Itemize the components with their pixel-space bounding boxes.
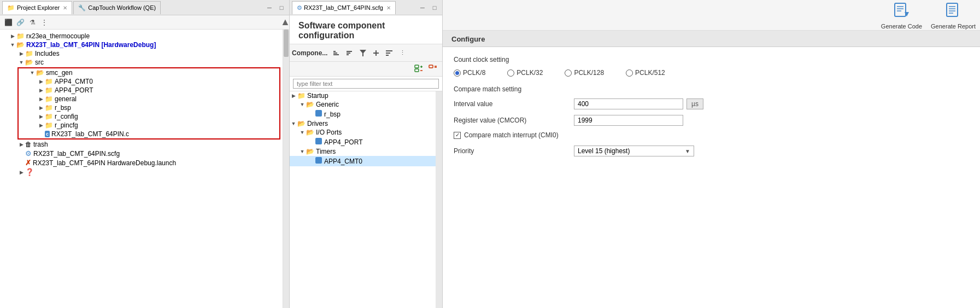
tree-item-scfg[interactable]: ▶ ⚙ RX23T_lab_CMT_64PIN.scfg — [0, 149, 283, 158]
tree-item-rx23t-c[interactable]: ▶ c RX23T_lab_CMT_64PIN.c — [19, 130, 279, 138]
tree-item-launch[interactable]: ▶ ✗ RX23T_lab_CMT_64PIN HardwareDebug.la… — [0, 158, 283, 167]
comp-btn-sort-asc[interactable] — [331, 47, 343, 59]
radio-label-pclk128: PCLK/128 — [574, 69, 604, 77]
generate-code-action[interactable]: Generate Code — [881, 1, 922, 30]
expand-smc-gen[interactable]: ▼ — [28, 69, 36, 77]
radio-pclk8[interactable]: PCLK/8 — [454, 69, 485, 77]
filter-btn[interactable]: ⚗ — [26, 16, 38, 28]
comp-tree-r-bsp[interactable]: ▶ r_bsp — [290, 109, 436, 119]
tree-item-smc-gen[interactable]: ▼ 📂 smc_gen — [19, 68, 279, 77]
tree-item-rx23t[interactable]: ▼ 📂 RX23T_lab_CMT_64PIN [HardwareDebug] — [0, 40, 283, 49]
scroll-up-btn[interactable]: ▲ — [280, 16, 287, 28]
scfg-tab-close[interactable]: ✕ — [386, 5, 391, 11]
component-toolbar: Compone... ⋮ — [290, 44, 442, 62]
tree-item-r-pincfg[interactable]: ▶ 📁 r_pincfg — [19, 121, 279, 130]
expand-rx23ea[interactable]: ▶ — [9, 32, 16, 40]
generate-report-action[interactable]: Generate Report — [931, 1, 976, 30]
link-editor-btn[interactable]: 🔗 — [14, 16, 26, 28]
radio-pclk512[interactable]: PCLK/512 — [626, 69, 665, 77]
left-tab-bar: 📁 Project Explorer ✕ 🔧 CapTouch Workflow… — [0, 0, 289, 15]
collapse-all-btn[interactable]: ⬛ — [2, 16, 14, 28]
tab-project-explorer-close[interactable]: ✕ — [63, 5, 67, 11]
comp-btn-filter[interactable] — [357, 47, 369, 59]
label-includes: Includes — [35, 50, 60, 57]
label-generic: Generic — [316, 101, 339, 108]
tree-item-includes[interactable]: ▶ 📁 Includes — [0, 49, 283, 58]
comp-tree-startup[interactable]: ▶ 📁 Startup — [290, 91, 436, 100]
expand-src[interactable]: ▼ — [17, 59, 25, 66]
comp-tree-timers[interactable]: ▼ 📂 Timers — [290, 147, 436, 156]
compare-match-row[interactable]: Compare match interrupt (CMI0) — [454, 131, 969, 139]
editor-max-btn[interactable]: □ — [429, 2, 440, 13]
radio-pclk128[interactable]: PCLK/128 — [565, 69, 604, 77]
comp-btn-sort-desc[interactable] — [344, 47, 356, 59]
editor-tab-toolbar: ─ □ — [417, 2, 440, 13]
filter-input[interactable] — [293, 79, 439, 89]
add-component-btn[interactable] — [413, 63, 425, 75]
generate-code-icon — [893, 1, 910, 22]
remove-component-btn[interactable] — [427, 63, 439, 75]
expand-dev-assist[interactable]: ▶ — [17, 168, 25, 176]
svg-rect-13 — [415, 69, 419, 72]
tab-captouch[interactable]: 🔧 CapTouch Workflow (QE) — [73, 1, 161, 14]
expand-general[interactable]: ▶ — [37, 95, 45, 103]
minimize-btn[interactable]: ─ — [264, 2, 275, 13]
radio-pclk32[interactable]: PCLK/32 — [507, 69, 543, 77]
comp-tree-io-ports[interactable]: ▼ 📂 I/O Ports — [290, 128, 436, 137]
restore-btn[interactable]: □ — [276, 2, 287, 13]
expand-r-pincfg[interactable]: ▶ — [37, 121, 45, 129]
tab-scfg-editor[interactable]: ⚙ RX23T_lab_CMT_64PIN.scfg ✕ — [292, 1, 396, 14]
tree-item-rx23ea[interactable]: ▶ 📁 rx23ea_thermocouple — [0, 32, 283, 40]
expand-trash[interactable]: ▶ — [17, 141, 25, 148]
tree-item-app4-cmt0[interactable]: ▶ 📁 APP4_CMT0 — [19, 77, 279, 86]
expand-r-bsp[interactable]: ▶ — [37, 104, 45, 112]
tree-item-app4-port[interactable]: ▶ 📁 APP4_PORT — [19, 86, 279, 95]
expand-generic[interactable]: ▼ — [298, 101, 306, 108]
middle-scrollbar[interactable] — [436, 91, 442, 308]
expand-drivers[interactable]: ▼ — [290, 120, 297, 127]
register-input[interactable] — [574, 115, 683, 126]
tree-item-trash[interactable]: ▶ 🗑 trash — [0, 140, 283, 149]
interval-input[interactable] — [574, 98, 683, 109]
view-menu-btn[interactable]: ⋮ — [38, 16, 50, 28]
comp-btn-menu[interactable]: ⋮ — [396, 47, 408, 59]
expand-startup[interactable]: ▶ — [290, 92, 297, 100]
main-title: Software component configuration — [298, 21, 385, 40]
radio-circle-pclk128 — [565, 69, 572, 77]
help-icon: ❓ — [25, 168, 34, 176]
comp-tree-app4-cmt0[interactable]: ▶ APP4_CMT0 — [290, 156, 436, 166]
left-scrollbar[interactable] — [283, 30, 289, 308]
tree-item-r-config[interactable]: ▶ 📁 r_config — [19, 112, 279, 121]
radio-circle-pclk512 — [626, 69, 633, 77]
components-label: Compone... — [292, 49, 327, 57]
comp-btn-collapse[interactable] — [370, 47, 382, 59]
label-rx23t: RX23T_lab_CMT_64PIN [HardwareDebug] — [26, 41, 156, 49]
radio-circle-pclk32 — [507, 69, 514, 77]
svg-rect-2 — [333, 54, 339, 55]
comp-tree-app4-port[interactable]: ▶ APP4_PORT — [290, 137, 436, 147]
expand-r-config[interactable]: ▶ — [37, 113, 45, 120]
file-c-icon: c — [45, 131, 50, 137]
svg-rect-17 — [429, 65, 433, 68]
tab-project-explorer[interactable]: 📁 Project Explorer ✕ — [2, 1, 72, 14]
filter-container — [290, 77, 442, 91]
compare-section-title: Compare match setting — [454, 85, 969, 93]
expand-timers[interactable]: ▼ — [298, 148, 306, 155]
expand-includes[interactable]: ▶ — [17, 50, 25, 57]
expand-app4-cmt0[interactable]: ▶ — [37, 78, 45, 85]
tree-item-dev-assist[interactable]: ▶ ❓ — [0, 167, 283, 177]
comp-tree-generic[interactable]: ▼ 📂 Generic — [290, 100, 436, 109]
priority-dropdown[interactable]: Level 15 (highest) ▼ — [574, 146, 694, 156]
project-explorer-panel: 📁 Project Explorer ✕ 🔧 CapTouch Workflow… — [0, 0, 290, 308]
tree-item-r-bsp[interactable]: ▶ 📁 r_bsp — [19, 103, 279, 112]
comp-tree-drivers[interactable]: ▼ 📂 Drivers — [290, 119, 436, 128]
expand-io-ports[interactable]: ▼ — [298, 129, 306, 136]
tree-item-src[interactable]: ▼ 📂 src — [0, 58, 283, 67]
svg-rect-21 — [315, 138, 322, 144]
compare-match-checkbox[interactable] — [454, 132, 461, 139]
expand-app4-port[interactable]: ▶ — [37, 86, 45, 94]
tree-item-general[interactable]: ▶ 📁 general — [19, 95, 279, 103]
expand-rx23t[interactable]: ▼ — [9, 41, 16, 49]
editor-min-btn[interactable]: ─ — [417, 2, 428, 13]
comp-btn-expand[interactable] — [383, 47, 395, 59]
